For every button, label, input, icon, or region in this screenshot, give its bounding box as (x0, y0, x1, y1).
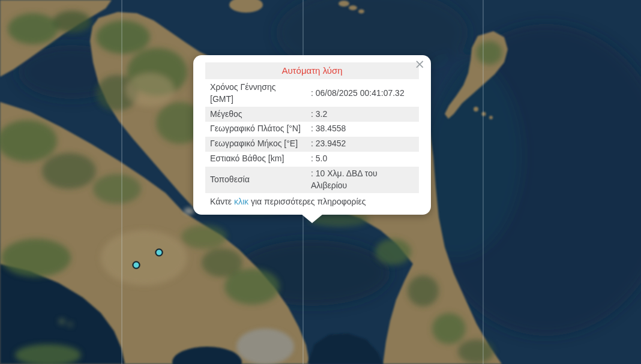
row-label: Χρόνος Γέννησης [GMT] (210, 82, 311, 106)
popup-title: Αυτόματη λύση (205, 62, 419, 79)
popup-footer: Κάντε κλικ για περισσότερες πληροφορίες (205, 193, 419, 209)
footer-text: Κάντε (210, 197, 234, 206)
row-label: Εστιακό Βάθος [km] (210, 153, 311, 165)
row-label: Τοποθεσία (210, 174, 311, 186)
popup-tail (301, 214, 323, 223)
close-icon[interactable]: × (414, 58, 425, 71)
row-value: : 06/08/2025 00:41:07.32 (311, 88, 414, 100)
row-origin-time: Χρόνος Γέννησης [GMT] : 06/08/2025 00:41… (205, 80, 419, 107)
row-value: : 3.2 (311, 109, 414, 121)
popup-table: Χρόνος Γέννησης [GMT] : 06/08/2025 00:41… (205, 80, 419, 193)
footer-text: για περισσότερες πληροφορίες (248, 197, 366, 206)
row-location: Τοποθεσία : 10 Χλμ. ΔΒΔ του Αλιβερίου (205, 167, 419, 194)
row-latitude: Γεωγραφικό Πλάτος [°N] : 38.4558 (205, 122, 419, 137)
earthquake-info-popup: × Αυτόματη λύση Χρόνος Γέννησης [GMT] : … (193, 55, 431, 215)
row-value: : 10 Χλμ. ΔΒΔ του Αλιβερίου (311, 168, 414, 192)
row-value: : 38.4558 (311, 123, 414, 135)
row-value: : 5.0 (311, 153, 414, 165)
row-label: Μέγεθος (210, 109, 311, 121)
row-magnitude: Μέγεθος : 3.2 (205, 107, 419, 122)
row-longitude: Γεωγραφικό Μήκος [°E] : 23.9452 (205, 137, 419, 152)
row-label: Γεωγραφικό Πλάτος [°N] (210, 123, 311, 135)
row-label: Γεωγραφικό Μήκος [°E] (210, 138, 311, 150)
earthquake-marker-3[interactable] (133, 261, 140, 269)
earthquake-marker-2[interactable] (155, 249, 163, 257)
row-depth: Εστιακό Βάθος [km] : 5.0 (205, 152, 419, 167)
more-info-link[interactable]: κλικ (234, 197, 248, 206)
row-value: : 23.9452 (311, 138, 414, 150)
